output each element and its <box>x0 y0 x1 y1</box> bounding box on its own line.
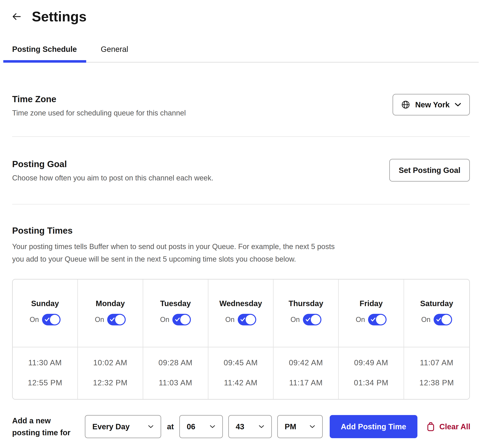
day-header-cell: WednesdayOn <box>209 280 273 347</box>
day-times-cell: 11:30 AM12:55 PM <box>13 347 78 399</box>
at-label: at <box>167 422 174 431</box>
back-button[interactable] <box>12 13 21 20</box>
day-times-cell: 09:49 AM01:34 PM <box>339 347 404 399</box>
day-toggle[interactable] <box>434 314 452 325</box>
day-toggle-row: On <box>78 314 143 325</box>
day-toggle-row: On <box>209 314 273 325</box>
posting-time[interactable]: 11:03 AM <box>143 378 208 387</box>
clear-all-button[interactable]: Clear All <box>426 422 470 432</box>
toggle-on-label: On <box>356 316 365 324</box>
time-zone-selector[interactable]: New York <box>393 94 470 115</box>
add-posting-time-button[interactable]: Add Posting Time <box>330 415 418 438</box>
arrow-left-icon <box>12 13 21 20</box>
posting-time[interactable]: 12:32 PM <box>78 378 143 387</box>
add-posting-time-label: Add a newposting time for <box>12 415 79 439</box>
posting-times-section: Posting Times Your posting times tells B… <box>12 225 470 265</box>
posting-time[interactable]: 09:45 AM <box>209 358 273 367</box>
posting-time[interactable]: 11:42 AM <box>209 378 273 387</box>
toggle-knob <box>246 315 255 324</box>
tab-posting-schedule[interactable]: Posting Schedule <box>12 45 77 62</box>
section-divider <box>12 204 470 205</box>
check-icon <box>436 317 441 322</box>
minute-select[interactable]: 43 <box>228 415 272 438</box>
posting-time[interactable]: 12:38 PM <box>404 378 469 387</box>
header: Settings <box>12 8 470 25</box>
hour-select-value: 06 <box>187 422 195 431</box>
time-zone-text: Time Zone Time zone used for scheduling … <box>12 94 186 118</box>
posting-time[interactable]: 12:55 PM <box>13 378 77 387</box>
section-divider <box>12 136 470 137</box>
day-times-cell: 09:42 AM11:17 AM <box>273 347 339 399</box>
toggle-on-label: On <box>290 316 300 324</box>
day-select[interactable]: Every Day <box>85 415 161 438</box>
posting-time[interactable]: 11:17 AM <box>273 378 338 387</box>
globe-icon <box>401 100 410 109</box>
posting-goal-text: Posting Goal Choose how often you aim to… <box>12 159 213 183</box>
posting-goal-description: Choose how often you aim to post on this… <box>12 173 213 183</box>
tabs: Posting Schedule General <box>3 45 479 63</box>
toggle-knob <box>442 315 451 324</box>
check-icon <box>175 317 180 322</box>
day-times-cell: 11:07 AM12:38 PM <box>404 347 469 399</box>
day-times-cell: 09:45 AM11:42 AM <box>209 347 273 399</box>
day-toggle-row: On <box>13 314 77 325</box>
posting-times-description: Your posting times tells Buffer when to … <box>12 240 470 265</box>
chevron-down-icon <box>209 425 215 428</box>
posting-time[interactable]: 11:30 AM <box>13 358 77 367</box>
toggle-knob <box>50 315 60 324</box>
toggle-on-label: On <box>30 316 39 324</box>
day-toggle-row: On <box>404 314 469 325</box>
day-header-cell: FridayOn <box>339 280 404 347</box>
day-toggle[interactable] <box>42 314 61 325</box>
day-header-cell: SaturdayOn <box>404 280 469 347</box>
day-times-cell: 09:28 AM11:03 AM <box>143 347 209 399</box>
chevron-down-icon <box>258 425 264 428</box>
clear-all-label: Clear All <box>439 422 470 431</box>
posting-time[interactable]: 01:34 PM <box>339 378 403 387</box>
time-zone-section: Time Zone Time zone used for scheduling … <box>12 94 470 118</box>
set-posting-goal-button[interactable]: Set Posting Goal <box>389 159 470 182</box>
posting-time[interactable]: 09:49 AM <box>339 358 403 367</box>
chevron-down-icon <box>309 425 315 428</box>
time-zone-description: Time zone used for scheduling queue for … <box>12 108 186 118</box>
check-icon <box>370 317 376 322</box>
trash-icon <box>426 422 435 432</box>
posting-times-table: SundayOnMondayOnTuesdayOnWednesdayOnThur… <box>12 279 470 400</box>
chevron-down-icon <box>455 103 461 107</box>
toggle-knob <box>311 315 321 324</box>
day-header-cell: ThursdayOn <box>273 280 339 347</box>
day-toggle[interactable] <box>238 314 256 325</box>
toggle-on-label: On <box>225 316 234 324</box>
time-zone-value: New York <box>415 100 450 109</box>
ampm-select[interactable]: PM <box>277 415 323 438</box>
chevron-down-icon <box>148 425 154 428</box>
posting-time[interactable]: 11:07 AM <box>404 358 469 367</box>
toggle-knob <box>115 315 125 324</box>
check-icon <box>305 317 311 322</box>
day-name: Wednesday <box>209 299 273 308</box>
day-header-cell: SundayOn <box>13 280 78 347</box>
posting-times-title: Posting Times <box>12 225 470 236</box>
posting-time[interactable]: 09:28 AM <box>143 358 208 367</box>
day-name: Friday <box>339 299 403 308</box>
toggle-knob <box>180 315 190 324</box>
day-toggle[interactable] <box>303 314 321 325</box>
toggle-on-label: On <box>160 316 169 324</box>
posting-goal-title: Posting Goal <box>12 159 213 169</box>
day-toggle[interactable] <box>107 314 126 325</box>
check-icon <box>45 317 50 322</box>
day-toggle[interactable] <box>368 314 386 325</box>
day-name: Sunday <box>13 299 77 308</box>
day-toggle-row: On <box>339 314 403 325</box>
tab-general[interactable]: General <box>101 45 128 62</box>
toggle-on-label: On <box>95 316 104 324</box>
posting-time[interactable]: 10:02 AM <box>78 358 143 367</box>
posting-time[interactable]: 09:42 AM <box>273 358 338 367</box>
day-toggle-row: On <box>143 314 208 325</box>
check-icon <box>240 317 245 322</box>
day-name: Saturday <box>404 299 469 308</box>
day-name: Tuesday <box>143 299 208 308</box>
day-toggle-row: On <box>273 314 338 325</box>
day-toggle[interactable] <box>172 314 191 325</box>
hour-select[interactable]: 06 <box>179 415 223 438</box>
